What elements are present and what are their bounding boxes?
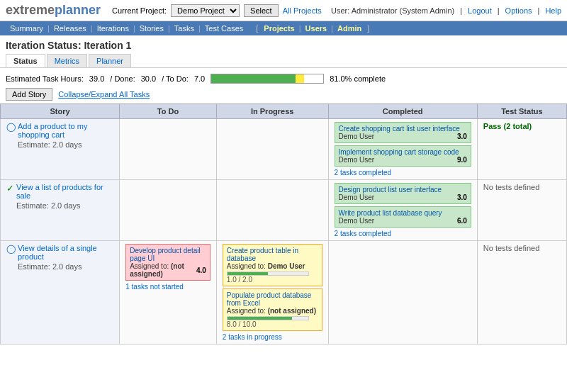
th-todo: To Do bbox=[120, 104, 217, 119]
todo-cell-2 bbox=[120, 180, 217, 241]
th-teststatus: Test Status bbox=[477, 104, 566, 119]
checkmark-icon-2: ✓ bbox=[6, 183, 14, 194]
todo-cell-1 bbox=[120, 119, 217, 180]
nav-releases[interactable]: Releases bbox=[50, 23, 91, 34]
task-title: Create product table in database bbox=[227, 247, 318, 262]
no-tests-3: No tests defined bbox=[483, 244, 540, 252]
inprogress-cell-1 bbox=[216, 119, 328, 180]
progress-green bbox=[211, 74, 296, 83]
logout-link[interactable]: Logout bbox=[468, 6, 492, 15]
help-link[interactable]: Help bbox=[545, 6, 561, 15]
all-projects-link[interactable]: All Projects bbox=[283, 6, 322, 15]
done-value: 30.0 bbox=[141, 74, 156, 83]
done-label: / Done: bbox=[110, 74, 135, 83]
est-label: Estimated Task Hours: bbox=[6, 74, 84, 83]
task-title: Implement shopping cart storage code bbox=[339, 148, 467, 156]
collapse-expand-link[interactable]: Collapse/Expand All Tasks bbox=[58, 90, 150, 99]
task-points: 3.0 bbox=[457, 194, 467, 201]
task-title: Design product list user interface bbox=[339, 186, 467, 194]
todo-cell-3: Develop product detail page UI Assigned … bbox=[120, 241, 217, 345]
task-assign: Demo User bbox=[339, 194, 375, 201]
story-icon-1: ◯ bbox=[6, 122, 16, 132]
task-title: Develop product detail page UI bbox=[130, 247, 206, 262]
tab-metrics[interactable]: Metrics bbox=[47, 54, 87, 67]
nav-iterations[interactable]: Iterations bbox=[93, 23, 133, 34]
task-assign: Demo User bbox=[339, 217, 375, 225]
completed-cell-1: Create shopping cart list user interface… bbox=[328, 119, 477, 180]
completed-link-2[interactable]: 2 tasks completed bbox=[335, 230, 471, 237]
inprogress-cell-2 bbox=[216, 180, 328, 241]
task-card-inprogress: Create product table in database Assigne… bbox=[223, 244, 322, 286]
estimated-bar: Estimated Task Hours: 39.0 / Done: 30.0 … bbox=[0, 71, 567, 86]
logo-extreme: extreme bbox=[6, 3, 55, 17]
story-link-2[interactable]: View a list of products for sale bbox=[16, 183, 103, 200]
inprogress-link-3[interactable]: 2 tasks in progress bbox=[223, 333, 322, 341]
table-row: ◯ View details of a single product Estim… bbox=[1, 241, 567, 345]
nav-projects[interactable]: Projects bbox=[259, 23, 298, 34]
action-row: Add Story Collapse/Expand All Tasks bbox=[0, 86, 567, 103]
task-title: Create shopping cart list user interface bbox=[339, 125, 467, 133]
complete-pct: 81.0% complete bbox=[330, 74, 386, 83]
completed-cell-3 bbox=[328, 241, 477, 345]
story-link-1[interactable]: Add a product to my shopping cart bbox=[18, 122, 87, 139]
task-assign: Demo User bbox=[339, 133, 375, 140]
task-card: Implement shopping cart storage code Dem… bbox=[335, 145, 471, 167]
nav-summary[interactable]: Summary bbox=[6, 23, 47, 34]
teststatus-cell-1: Pass (2 total) bbox=[477, 119, 566, 180]
progress-mini-fill bbox=[228, 317, 292, 320]
task-card: Design product list user interface Demo … bbox=[335, 183, 471, 204]
task-assign: Assigned to: (not assigned) bbox=[130, 262, 196, 278]
task-title: Populate product database from Excel bbox=[227, 291, 318, 307]
task-assign: Assigned to: Demo User bbox=[227, 262, 318, 270]
nav-testcases[interactable]: Test Cases bbox=[201, 23, 247, 34]
tabs: Status Metrics Planner bbox=[0, 54, 567, 68]
teststatus-cell-2: No tests defined bbox=[477, 180, 566, 241]
completed-link-1[interactable]: 2 tasks completed bbox=[335, 169, 471, 177]
th-story: Story bbox=[1, 104, 120, 119]
project-bar: Current Project: Demo Project Select All… bbox=[112, 4, 322, 17]
task-card: Create shopping cart list user interface… bbox=[335, 122, 471, 143]
pass-badge-1: Pass (2 total) bbox=[483, 122, 532, 130]
todo-link-3[interactable]: 1 tasks not started bbox=[125, 283, 210, 291]
user-info: User: Administrator (System Admin) | Log… bbox=[331, 6, 561, 15]
story-link-3[interactable]: View details of a single product bbox=[18, 244, 97, 261]
logo: extremeplanner bbox=[6, 3, 101, 18]
story-cell-2: ✓ View a list of products for sale Estim… bbox=[1, 180, 120, 241]
todo-label: / To Do: bbox=[162, 74, 189, 83]
story-estimate-3: Estimate: 2.0 days bbox=[18, 262, 113, 271]
table-header-row: Story To Do In Progress Completed Test S… bbox=[1, 104, 567, 119]
progress-mini-fill bbox=[228, 272, 268, 275]
header: extremeplanner Current Project: Demo Pro… bbox=[0, 0, 567, 21]
select-button[interactable]: Select bbox=[244, 4, 279, 17]
table-body: ◯ Add a product to my shopping cart Esti… bbox=[1, 119, 567, 345]
tab-planner[interactable]: Planner bbox=[89, 54, 131, 67]
project-select[interactable]: Demo Project bbox=[171, 4, 240, 17]
task-points: 3.0 bbox=[457, 133, 467, 140]
tab-status[interactable]: Status bbox=[6, 54, 45, 67]
nav-admin[interactable]: Admin bbox=[333, 23, 366, 34]
no-tests-2: No tests defined bbox=[483, 183, 540, 191]
todo-value: 7.0 bbox=[194, 74, 205, 83]
th-completed: Completed bbox=[328, 104, 477, 119]
nav-stories[interactable]: Stories bbox=[135, 23, 168, 34]
table-row: ✓ View a list of products for sale Estim… bbox=[1, 180, 567, 241]
options-link[interactable]: Options bbox=[505, 6, 532, 15]
nav-bar: Summary | Releases | Iterations | Storie… bbox=[0, 21, 567, 35]
inprogress-cell-3: Create product table in database Assigne… bbox=[216, 241, 328, 345]
task-points: 9.0 bbox=[457, 156, 467, 164]
task-assign: Assigned to: (not assigned) bbox=[227, 307, 318, 315]
page-title: Iteration Status: Iteration 1 bbox=[0, 35, 567, 54]
task-card: Write product list database query Demo U… bbox=[335, 206, 471, 228]
story-estimate-1: Estimate: 2.0 days bbox=[18, 140, 113, 149]
completed-cell-2: Design product list user interface Demo … bbox=[328, 180, 477, 241]
th-inprogress: In Progress bbox=[216, 104, 328, 119]
task-points: 6.0 bbox=[457, 217, 467, 225]
nav-users[interactable]: Users bbox=[301, 23, 332, 34]
table-row: ◯ Add a product to my shopping cart Esti… bbox=[1, 119, 567, 180]
story-cell-3: ◯ View details of a single product Estim… bbox=[1, 241, 120, 345]
task-points: 4.0 bbox=[196, 267, 206, 274]
add-story-button[interactable]: Add Story bbox=[6, 88, 52, 101]
nav-tasks[interactable]: Tasks bbox=[170, 23, 198, 34]
task-card-inprogress: Populate product database from Excel Ass… bbox=[223, 289, 322, 331]
progress-bar bbox=[210, 74, 324, 84]
